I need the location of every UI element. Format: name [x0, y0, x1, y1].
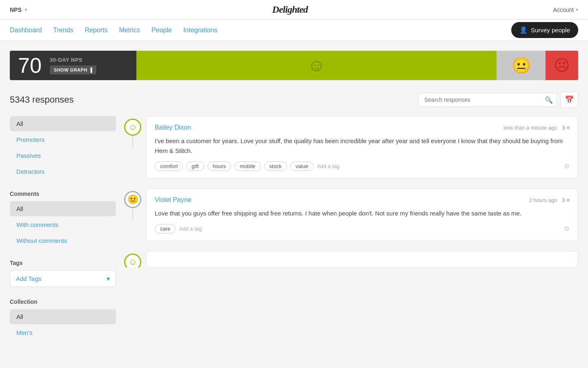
- detractor-face-icon: ☹: [554, 58, 570, 73]
- response-meta-violet: 2 hours ago 3 ≡: [529, 197, 570, 203]
- response-count-violet: 3 ≡: [562, 197, 570, 203]
- response-header-bailey: Bailey Dixon less than a minute ago 3 ≡: [155, 124, 570, 131]
- passive-dot-1: 😐: [124, 191, 141, 208]
- passive-face-icon: 😐: [512, 58, 531, 73]
- promoter-face-icon: ☺: [308, 57, 325, 74]
- tag-mobile[interactable]: mobile: [234, 162, 261, 171]
- gear-icon-bailey[interactable]: ⚙: [564, 162, 570, 170]
- nav-integrations[interactable]: Integrations: [183, 27, 218, 34]
- score-dark-panel: 70 30-DAY NPS SHOW GRAPH ▐: [10, 51, 136, 80]
- sidebar-item-all-collection[interactable]: All: [10, 309, 116, 324]
- tag-value[interactable]: value: [290, 162, 314, 171]
- tag-comfort[interactable]: comfort: [155, 162, 183, 171]
- responses-feed: ☺ Bailey Dixon less than a minute ago 3: [124, 116, 578, 352]
- sidebar-item-mens[interactable]: Men's: [10, 325, 116, 340]
- count-val-violet: 3: [562, 197, 565, 203]
- promoters-bar: ☺: [136, 51, 497, 80]
- nps-selector[interactable]: NPS ▾: [10, 7, 27, 13]
- top-bar: NPS ▾ Delighted Account ▾: [0, 0, 588, 20]
- show-graph-button[interactable]: SHOW GRAPH ▐: [50, 65, 96, 74]
- sidebar-item-passives[interactable]: Passives: [10, 148, 116, 163]
- response-text-violet: Love that you guys offer free shipping a…: [155, 209, 570, 218]
- feed-connector-1: [132, 208, 133, 220]
- bar-chart-icon: ▐: [89, 67, 92, 72]
- survey-people-label: Survey people: [531, 27, 570, 34]
- main-content: 70 30-DAY NPS SHOW GRAPH ▐ ☺ 😐 ☹ 5343 re…: [0, 41, 588, 352]
- sidebar-item-detractors[interactable]: Detractors: [10, 164, 116, 179]
- nav-trends[interactable]: Trends: [53, 27, 73, 34]
- score-label: 30-DAY NPS: [50, 57, 96, 63]
- feed-row-0: ☺ Bailey Dixon less than a minute ago 3: [124, 116, 578, 188]
- calendar-button[interactable]: 📅: [560, 92, 578, 108]
- promoter-face-2: ☺: [128, 257, 137, 267]
- tags-dropdown-label: Add Tags: [16, 275, 41, 282]
- account-chevron-icon: ▾: [576, 7, 578, 12]
- calendar-icon: 📅: [565, 96, 574, 104]
- account-menu[interactable]: Account ▾: [553, 7, 578, 13]
- response-card-3: [146, 251, 578, 267]
- response-card-violet: Violet Payne 2 hours ago 3 ≡ Love that y…: [146, 188, 578, 241]
- sidebar-item-with-comments[interactable]: With comments: [10, 217, 116, 232]
- response-timestamp-violet: 2 hours ago: [529, 197, 557, 203]
- sidebar-item-all-comments[interactable]: All: [10, 201, 116, 216]
- promoter-dot-0: ☺: [124, 119, 141, 136]
- response-tags-violet: care Add a tag ⚙: [155, 224, 570, 233]
- response-name-violet[interactable]: Violet Payne: [155, 196, 192, 204]
- tag-care[interactable]: care: [155, 224, 176, 233]
- score-info: 30-DAY NPS SHOW GRAPH ▐: [50, 57, 96, 74]
- gear-icon-violet[interactable]: ⚙: [564, 225, 570, 233]
- account-label: Account: [553, 7, 574, 13]
- response-tags-bailey: comfort gift hours mobile stock value Ad…: [155, 162, 570, 171]
- logo: Delighted: [272, 4, 308, 15]
- content-area: All Promoters Passives Detractors Commen…: [10, 116, 578, 352]
- response-timestamp-bailey: less than a minute ago: [503, 125, 557, 131]
- response-header-violet: Violet Payne 2 hours ago 3 ≡: [155, 196, 570, 204]
- tag-stock[interactable]: stock: [264, 162, 287, 171]
- response-text-bailey: I've been a customer for years. Love you…: [155, 136, 570, 156]
- feed-timeline-0: ☺: [124, 116, 141, 148]
- add-tag-violet[interactable]: Add a tag: [179, 226, 202, 232]
- nps-score: 70: [18, 55, 42, 76]
- promoter-face-0: ☺: [128, 122, 137, 132]
- search-icon: 🔍: [545, 96, 553, 104]
- response-count-bailey: 3 ≡: [562, 125, 570, 131]
- score-bar: 70 30-DAY NPS SHOW GRAPH ▐ ☺ 😐 ☹: [10, 51, 578, 80]
- promoter-dot-2: ☺: [124, 254, 141, 267]
- sidebar-item-promoters[interactable]: Promoters: [10, 132, 116, 147]
- nps-label: NPS: [10, 7, 22, 13]
- show-graph-label: SHOW GRAPH: [54, 67, 87, 72]
- add-tag-bailey[interactable]: Add a tag: [317, 163, 340, 169]
- nav-metrics[interactable]: Metrics: [119, 27, 140, 34]
- count-val-bailey: 3: [562, 125, 565, 131]
- comments-title: Comments: [10, 191, 116, 197]
- feed-card-1: Violet Payne 2 hours ago 3 ≡ Love that y…: [146, 188, 578, 251]
- response-card-bailey: Bailey Dixon less than a minute ago 3 ≡ …: [146, 116, 578, 179]
- passives-bar: 😐: [497, 51, 546, 80]
- nav-bar: Dashboard Trends Reports Metrics People …: [0, 20, 588, 41]
- feed-timeline-1: 😐: [124, 188, 141, 220]
- list-icon-violet: ≡: [566, 197, 570, 203]
- search-input[interactable]: [418, 93, 557, 107]
- comments-section: Comments All With comments Without comme…: [10, 191, 116, 248]
- sidebar-item-all[interactable]: All: [10, 116, 116, 131]
- feed-card-2: [146, 251, 578, 267]
- tag-gift[interactable]: gift: [186, 162, 204, 171]
- nav-dashboard[interactable]: Dashboard: [10, 27, 42, 34]
- nav-reports[interactable]: Reports: [85, 27, 107, 34]
- list-icon-bailey: ≡: [566, 125, 570, 131]
- passive-face-1: 😐: [127, 194, 138, 205]
- nav-people[interactable]: People: [151, 27, 172, 34]
- survey-people-button[interactable]: 👤 Survey people: [511, 22, 578, 38]
- sidebar-item-without-comments[interactable]: Without comments: [10, 233, 116, 248]
- tags-dropdown[interactable]: Add Tags ▾: [10, 270, 116, 287]
- feed-timeline-2: ☺: [124, 251, 141, 267]
- feed-connector-0: [132, 136, 133, 148]
- tag-hours[interactable]: hours: [207, 162, 232, 171]
- survey-people-icon: 👤: [519, 26, 528, 34]
- collection-section: Collection All Men's: [10, 298, 116, 340]
- feed-card-0: Bailey Dixon less than a minute ago 3 ≡ …: [146, 116, 578, 188]
- feed-row-2: ☺: [124, 251, 578, 267]
- response-meta-bailey: less than a minute ago 3 ≡: [503, 125, 570, 131]
- search-area: 🔍 📅: [418, 92, 578, 108]
- response-name-bailey[interactable]: Bailey Dixon: [155, 124, 191, 131]
